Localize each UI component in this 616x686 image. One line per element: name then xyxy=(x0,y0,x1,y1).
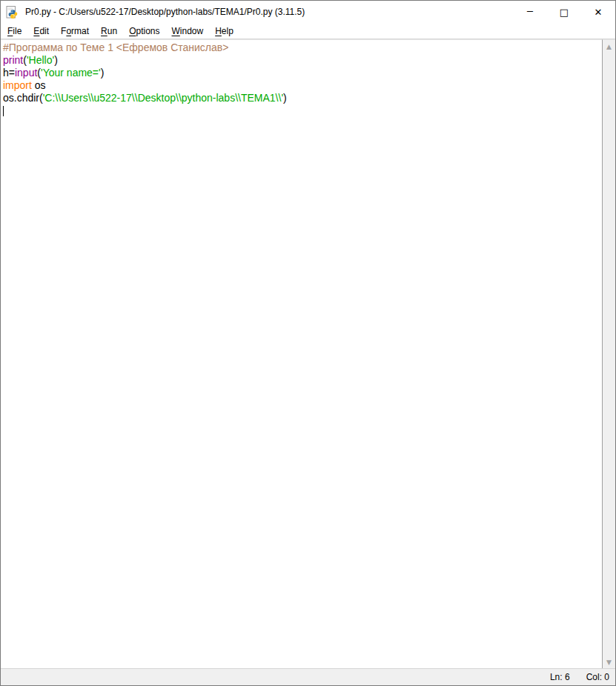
scrollbar-track[interactable] xyxy=(603,53,615,656)
menu-item-window[interactable]: Window xyxy=(166,24,210,39)
vertical-scrollbar[interactable]: ▲ ▼ xyxy=(603,39,615,668)
code-editor[interactable]: #Программа по Теме 1 <Ефремов Станислав>… xyxy=(1,39,603,668)
code-token-builtin: print xyxy=(3,54,23,66)
minimize-button[interactable]: ─ xyxy=(513,1,547,23)
idle-editor-window: Pr0.py - C:/Users/u522-17/Desktop/python… xyxy=(0,0,616,686)
menu-item-help[interactable]: Help xyxy=(209,24,239,39)
code-line: import os xyxy=(3,79,602,92)
close-button[interactable]: ✕ xyxy=(581,1,615,23)
maximize-icon: □ xyxy=(560,7,569,18)
code-line: print('Hello') xyxy=(3,54,602,67)
text-cursor xyxy=(3,106,4,116)
python-file-icon xyxy=(6,6,19,19)
code-token-string: 'Hello' xyxy=(27,54,54,66)
minimize-icon: ─ xyxy=(527,6,533,17)
code-line: #Программа по Теме 1 <Ефремов Станислав> xyxy=(3,41,602,54)
code-token-comment: #Программа по Теме 1 <Ефремов Станислав> xyxy=(3,41,228,53)
code-token-string: 'Your name=' xyxy=(41,67,101,79)
code-token-plain: h= xyxy=(3,67,15,79)
menu-item-run[interactable]: Run xyxy=(95,24,123,39)
code-token-plain: ) xyxy=(54,54,58,66)
maximize-button[interactable]: □ xyxy=(547,1,581,23)
menu-item-file[interactable]: File xyxy=(1,24,27,39)
code-line: os.chdir('C:\\Users\\u522-17\\Desktop\\p… xyxy=(3,92,602,104)
close-icon: ✕ xyxy=(595,7,603,18)
editor-body: #Программа по Теме 1 <Ефремов Станислав>… xyxy=(1,39,615,668)
menu-item-edit[interactable]: Edit xyxy=(27,24,55,39)
status-bar: Ln: 6 Col: 0 xyxy=(1,668,615,685)
window-controls: ─ □ ✕ xyxy=(513,1,615,23)
window-title: Pr0.py - C:/Users/u522-17/Desktop/python… xyxy=(25,7,305,17)
menu-bar: FileEditFormatRunOptionsWindowHelp xyxy=(1,23,615,39)
code-token-plain: os xyxy=(32,79,46,91)
code-line xyxy=(3,104,602,117)
status-column-number: Col: 0 xyxy=(586,672,609,682)
scroll-up-icon[interactable]: ▲ xyxy=(603,40,615,53)
title-bar[interactable]: Pr0.py - C:/Users/u522-17/Desktop/python… xyxy=(1,1,615,23)
code-token-builtin: input xyxy=(15,67,37,79)
scroll-down-icon[interactable]: ▼ xyxy=(603,656,615,668)
code-token-plain: ) xyxy=(101,67,105,79)
code-token-string: 'C:\\Users\\u522-17\\Desktop\\python-lab… xyxy=(43,92,283,104)
code-token-keyword: import xyxy=(3,79,32,91)
code-line: h=input('Your name=') xyxy=(3,67,602,79)
menu-item-options[interactable]: Options xyxy=(123,24,165,39)
menu-item-format[interactable]: Format xyxy=(55,24,95,39)
code-token-plain: os.chdir( xyxy=(3,92,43,104)
status-line-number: Ln: 6 xyxy=(550,672,570,682)
code-token-plain: ) xyxy=(283,92,287,104)
